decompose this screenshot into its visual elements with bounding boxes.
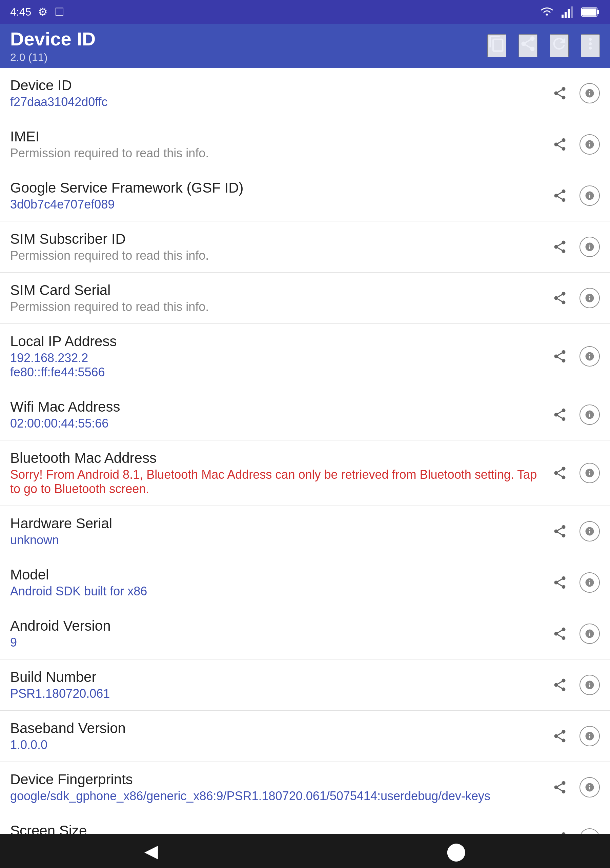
share-icon-device-id[interactable] [550, 83, 570, 104]
svg-rect-5 [597, 10, 599, 14]
info-row-title-sim-subscriber-id: SIM Subscriber ID [10, 231, 543, 247]
share-icon-build-number[interactable] [550, 675, 570, 695]
share-icon-sim-subscriber-id[interactable] [550, 237, 570, 257]
svg-rect-1 [565, 12, 567, 18]
info-row-actions-bluetooth-mac [550, 463, 600, 483]
info-row-actions-gsf-id [550, 186, 600, 206]
info-row-value-bluetooth-mac[interactable]: Sorry! From Android 8.1, Bluetooth Mac A… [10, 468, 543, 496]
info-row-actions-sim-subscriber-id [550, 237, 600, 257]
info-icon-local-ip[interactable] [579, 346, 600, 367]
info-row-title-gsf-id: Google Service Framework (GSF ID) [10, 180, 543, 196]
app-bar-actions [487, 34, 600, 57]
info-row-title-device-fingerprints: Device Fingerprints [10, 771, 543, 787]
share-icon-device-fingerprints[interactable] [550, 777, 570, 797]
home-button[interactable]: ⬤ [433, 837, 480, 865]
info-row-bluetooth-mac: Bluetooth Mac Address Sorry! From Androi… [0, 440, 610, 506]
info-row-actions-model [550, 572, 600, 593]
app-bar-title-block: Device ID 2.0 (11) [10, 28, 96, 64]
info-icon-bluetooth-mac[interactable] [579, 463, 600, 483]
info-row-content-sim-subscriber-id: SIM Subscriber ID Permission required to… [10, 231, 543, 263]
info-row-value-gsf-id: 3d0b7c4e707ef089 [10, 197, 543, 212]
info-row-sim-card-serial: SIM Card Serial Permission required to r… [0, 273, 610, 324]
info-row-value-local-ip: 192.168.232.2fe80::ff:fe44:5566 [10, 351, 543, 380]
info-row-actions-local-ip [550, 346, 600, 367]
share-button[interactable] [519, 34, 537, 57]
share-icon-local-ip[interactable] [550, 346, 570, 367]
info-row-imei: IMEI Permission required to read this in… [0, 119, 610, 170]
info-row-actions-android-version [550, 623, 600, 644]
info-row-title-build-number: Build Number [10, 669, 543, 685]
info-icon-sim-subscriber-id[interactable] [579, 237, 600, 257]
share-icon-android-version[interactable] [550, 623, 570, 644]
info-row-actions-sim-card-serial [550, 288, 600, 308]
info-row-value-sim-card-serial: Permission required to read this info. [10, 300, 543, 314]
signal-icon [562, 5, 575, 19]
info-row-hardware-serial: Hardware Serial unknown [0, 506, 610, 557]
svg-rect-3 [571, 6, 573, 18]
share-icon-sim-card-serial[interactable] [550, 288, 570, 308]
info-row-local-ip: Local IP Address 192.168.232.2fe80::ff:f… [0, 324, 610, 389]
info-row-title-android-version: Android Version [10, 618, 543, 634]
info-row-value-imei: Permission required to read this info. [10, 146, 543, 160]
info-row-actions-build-number [550, 675, 600, 695]
info-icon-wifi-mac[interactable] [579, 405, 600, 425]
info-row-actions-wifi-mac [550, 405, 600, 425]
share-icon-imei[interactable] [550, 134, 570, 155]
info-icon-model[interactable] [579, 572, 600, 593]
more-button[interactable] [581, 34, 600, 57]
info-icon-gsf-id[interactable] [579, 186, 600, 206]
settings-icon: ⚙ [38, 5, 48, 18]
info-row-gsf-id: Google Service Framework (GSF ID) 3d0b7c… [0, 170, 610, 222]
refresh-button[interactable] [550, 34, 569, 57]
back-button[interactable]: ◀ [131, 837, 172, 865]
info-row-title-local-ip: Local IP Address [10, 333, 543, 350]
info-row-value-device-id: f27daa31042d0ffc [10, 95, 543, 109]
info-row-android-version: Android Version 9 [0, 608, 610, 659]
share-icon-model[interactable] [550, 572, 570, 593]
info-row-sim-subscriber-id: SIM Subscriber ID Permission required to… [0, 222, 610, 273]
info-row-actions-imei [550, 134, 600, 155]
share-icon-baseband-version[interactable] [550, 726, 570, 746]
info-row-title-wifi-mac: Wifi Mac Address [10, 399, 543, 415]
info-icon-android-version[interactable] [579, 623, 600, 644]
svg-rect-6 [582, 8, 596, 16]
info-icon-hardware-serial[interactable] [579, 521, 600, 541]
info-row-wifi-mac: Wifi Mac Address 02:00:00:44:55:66 [0, 389, 610, 440]
info-icon-sim-card-serial[interactable] [579, 288, 600, 308]
svg-rect-2 [568, 9, 570, 18]
copy-button[interactable] [487, 34, 506, 57]
info-row-content-device-id: Device ID f27daa31042d0ffc [10, 77, 543, 109]
info-row-content-bluetooth-mac: Bluetooth Mac Address Sorry! From Androi… [10, 450, 543, 496]
info-row-content-gsf-id: Google Service Framework (GSF ID) 3d0b7c… [10, 180, 543, 212]
info-row-content-build-number: Build Number PSR1.180720.061 [10, 669, 543, 701]
app-bar: Device ID 2.0 (11) [0, 24, 610, 68]
info-row-title-baseband-version: Baseband Version [10, 720, 543, 736]
info-row-value-sim-subscriber-id: Permission required to read this info. [10, 248, 543, 263]
info-row-actions-device-fingerprints [550, 777, 600, 797]
info-row-title-model: Model [10, 567, 543, 583]
info-row-model: Model Android SDK built for x86 [0, 557, 610, 608]
svg-rect-0 [562, 15, 564, 18]
nav-bar: ◀ ⬤ [0, 834, 610, 868]
share-icon-wifi-mac[interactable] [550, 405, 570, 425]
info-row-value-hardware-serial: unknown [10, 533, 543, 547]
share-icon-hardware-serial[interactable] [550, 521, 570, 541]
info-icon-device-id[interactable] [579, 83, 600, 104]
info-icon-device-fingerprints[interactable] [579, 777, 600, 797]
info-icon-build-number[interactable] [579, 675, 600, 695]
info-row-title-device-id: Device ID [10, 77, 543, 94]
info-row-value-model: Android SDK built for x86 [10, 584, 543, 598]
info-row-value-build-number: PSR1.180720.061 [10, 687, 543, 701]
battery-icon [581, 6, 600, 18]
info-row-content-model: Model Android SDK built for x86 [10, 567, 543, 598]
share-icon-bluetooth-mac[interactable] [550, 463, 570, 483]
info-row-title-sim-card-serial: SIM Card Serial [10, 282, 543, 298]
info-row-content-local-ip: Local IP Address 192.168.232.2fe80::ff:f… [10, 333, 543, 380]
info-row-actions-baseband-version [550, 726, 600, 746]
info-row-value-device-fingerprints: google/sdk_gphone_x86/generic_x86:9/PSR1… [10, 789, 543, 803]
info-row-content-device-fingerprints: Device Fingerprints google/sdk_gphone_x8… [10, 771, 543, 803]
info-row-title-hardware-serial: Hardware Serial [10, 515, 543, 532]
share-icon-gsf-id[interactable] [550, 186, 570, 206]
info-icon-imei[interactable] [579, 134, 600, 155]
info-icon-baseband-version[interactable] [579, 726, 600, 746]
